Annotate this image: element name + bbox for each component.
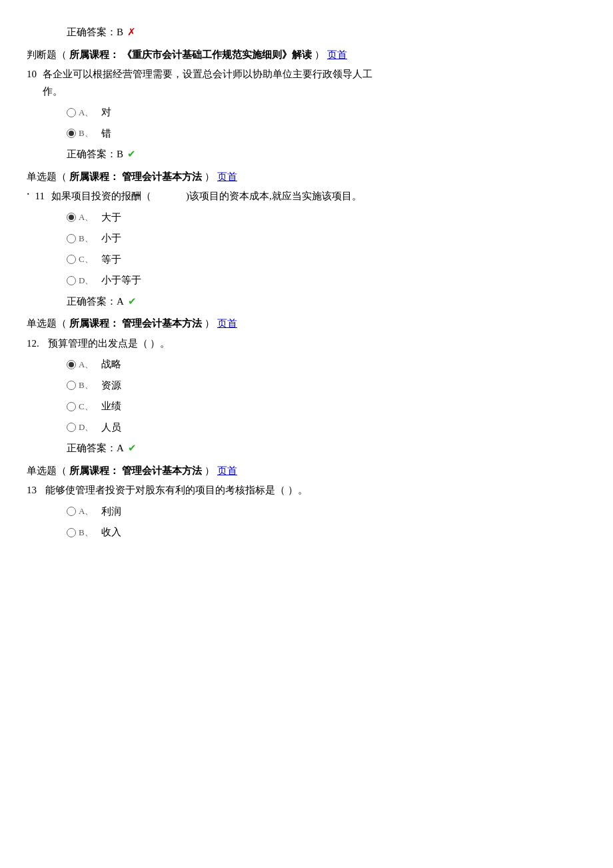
q13-course-prefix: 所属课程：	[69, 463, 119, 480]
q11-radio-d[interactable]	[67, 276, 76, 285]
q11-option-d[interactable]: D、 小于等于	[67, 272, 586, 289]
q13-radio-a[interactable]	[67, 507, 76, 516]
q10-num: 10	[27, 66, 40, 100]
q10-label-b: B、	[79, 126, 99, 141]
q10-header: 判断题（ 所属课程： 《重庆市会计基础工作规范实施细则》解读 ） 页首	[27, 47, 586, 64]
q12-type: 单选题（	[27, 315, 67, 333]
q13-type: 单选题（	[27, 463, 67, 480]
q12-label-b: B、	[79, 378, 99, 393]
q13-label-a: A、	[79, 504, 99, 519]
q13-radio-b[interactable]	[67, 528, 76, 537]
q11-radio-a[interactable]	[67, 213, 76, 222]
q12-radio-a[interactable]	[67, 360, 76, 369]
q13-suffix: ）	[205, 463, 215, 480]
q11-text-d: 小于等于	[101, 272, 141, 289]
q10-course-prefix: 所属课程：	[69, 47, 119, 64]
q11-top-link[interactable]: 页首	[217, 169, 237, 186]
q13-option-b[interactable]: B、 收入	[67, 524, 586, 541]
q13-top-link[interactable]: 页首	[217, 463, 237, 480]
q11-text-b: 小于	[101, 230, 121, 247]
q12-options: A、 战略 B、 资源 C、 业绩 D、 人员	[27, 356, 586, 436]
q13-text-a: 利润	[101, 503, 121, 521]
correct-answer-q9: 正确答案：B ✗	[27, 24, 586, 41]
q10-radio-a[interactable]	[67, 108, 76, 117]
right-icon-q11: ✔	[128, 293, 137, 311]
q11-option-c[interactable]: C、 等于	[67, 251, 586, 269]
q10-suffix: ）	[314, 47, 324, 64]
q10-option-a[interactable]: A、 对	[67, 104, 586, 121]
q10-label-a: A、	[79, 105, 99, 120]
q11-option-b[interactable]: B、 小于	[67, 230, 586, 247]
q10-options: A、 对 B、 错	[27, 104, 586, 142]
right-icon-q12: ✔	[128, 440, 137, 457]
q11-header: 单选题（ 所属课程： 管理会计基本方法 ） 页首	[27, 169, 586, 186]
q12-option-a[interactable]: A、 战略	[67, 356, 586, 373]
wrong-icon: ✗	[127, 24, 136, 41]
q12-course: 管理会计基本方法	[122, 315, 202, 333]
q12-text-a: 战略	[101, 356, 121, 373]
q11-body: · 11 如果项目投资的报酬（ )该项目的资本成本,就应当实施该项目。	[27, 188, 586, 205]
q13-course: 管理会计基本方法	[122, 463, 202, 480]
q10-option-b[interactable]: B、 错	[67, 125, 586, 143]
q12-option-c[interactable]: C、 业绩	[67, 398, 586, 415]
q10-radio-b[interactable]	[67, 129, 76, 138]
q12-header: 单选题（ 所属课程： 管理会计基本方法 ） 页首	[27, 315, 586, 333]
q12-radio-b[interactable]	[67, 381, 76, 390]
q12-course-prefix: 所属课程：	[69, 315, 119, 333]
correct-answer-label-q12: 正确答案：A	[67, 440, 124, 457]
q12-option-b[interactable]: B、 资源	[67, 377, 586, 395]
q12-suffix: ）	[205, 315, 215, 333]
correct-answer-label-q11: 正确答案：A	[67, 293, 124, 311]
q13-num: 13	[27, 482, 40, 499]
q11-radio-b[interactable]	[67, 234, 76, 243]
q10-top-link[interactable]: 页首	[327, 47, 347, 64]
q11-text: 如果项目投资的报酬（ )该项目的资本成本,就应当实施该项目。	[51, 188, 587, 205]
q12-text: 预算管理的出发点是（ ）。	[43, 335, 586, 353]
q12-text-b: 资源	[101, 377, 121, 395]
q11-label-a: A、	[79, 210, 99, 225]
q10-type: 判断题（	[27, 47, 67, 64]
q12-label-c: C、	[79, 399, 99, 414]
q11-label-b: B、	[79, 231, 99, 246]
q11-label-c: C、	[79, 252, 99, 267]
q12-text-d: 人员	[101, 419, 121, 437]
q12-label-a: A、	[79, 357, 99, 372]
q11-option-a[interactable]: A、 大于	[67, 209, 586, 227]
q10-body: 10 各企业可以根据经营管理需要，设置总会计师以协助单位主要行政领导人工作。	[27, 66, 586, 100]
q11-options: A、 大于 B、 小于 C、 等于 D、 小于等于	[27, 209, 586, 289]
q13-text-b: 收入	[101, 524, 121, 541]
q12-num: 12.	[27, 335, 40, 353]
q10-text: 各企业可以根据经营管理需要，设置总会计师以协助单位主要行政领导人工作。	[43, 66, 586, 100]
correct-answer-q10: 正确答案：B ✔	[27, 146, 586, 163]
q12-label-d: D、	[79, 420, 99, 435]
q11-text-c: 等于	[101, 251, 121, 269]
q11-label-d: D、	[79, 273, 99, 288]
q13-options: A、 利润 B、 收入	[27, 503, 586, 541]
q12-option-d[interactable]: D、 人员	[67, 419, 586, 437]
q11-suffix: ）	[205, 169, 215, 186]
q12-radio-d[interactable]	[67, 423, 76, 432]
q10-course: 《重庆市会计基础工作规范实施细则》解读	[122, 47, 312, 64]
q11-dot: ·	[27, 188, 30, 205]
q12-text-c: 业绩	[101, 398, 121, 415]
q12-top-link[interactable]: 页首	[217, 315, 237, 333]
q13-label-b: B、	[79, 525, 99, 540]
q13-body: 13 能够使管理者投资于对股东有利的项目的考核指标是（ ）。	[27, 482, 586, 499]
right-icon-q10: ✔	[127, 146, 136, 163]
correct-answer-label: 正确答案：B	[67, 24, 123, 41]
q11-course-prefix: 所属课程：	[69, 169, 119, 186]
q13-option-a[interactable]: A、 利润	[67, 503, 586, 521]
q13-text: 能够使管理者投资于对股东有利的项目的考核指标是（ ）。	[43, 482, 586, 499]
q12-radio-c[interactable]	[67, 402, 76, 411]
q12-body: 12. 预算管理的出发点是（ ）。	[27, 335, 586, 353]
q13-header: 单选题（ 所属课程： 管理会计基本方法 ） 页首	[27, 463, 586, 480]
correct-answer-q12: 正确答案：A ✔	[27, 440, 586, 457]
correct-answer-q11: 正确答案：A ✔	[27, 293, 586, 311]
q11-type: 单选题（	[27, 169, 67, 186]
q10-text-a: 对	[101, 104, 111, 121]
q11-radio-c[interactable]	[67, 255, 76, 264]
q11-text-a: 大于	[101, 209, 121, 227]
q11-num: 11	[35, 188, 49, 205]
q10-text-b: 错	[101, 125, 111, 143]
correct-answer-label-q10: 正确答案：B	[67, 146, 123, 163]
